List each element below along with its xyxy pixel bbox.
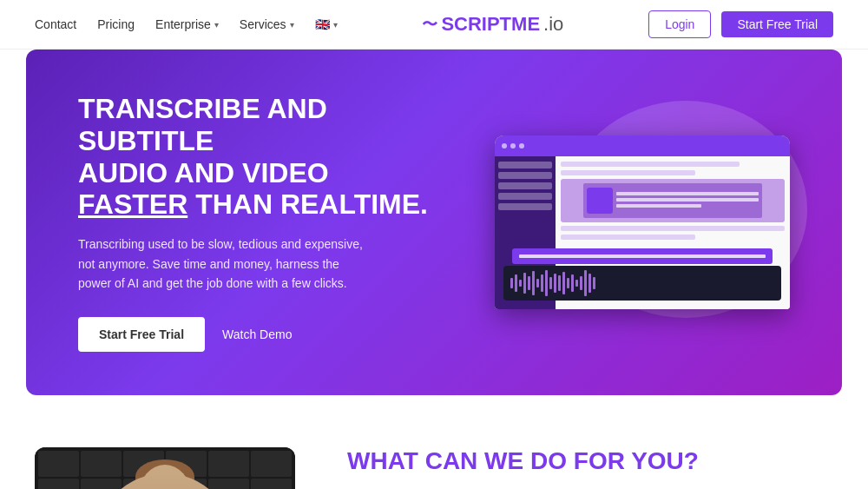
- laptop-mockup: [495, 135, 790, 309]
- start-free-trial-button[interactable]: Start Free Trial: [78, 317, 205, 352]
- wave-bar: [584, 270, 587, 296]
- wave-bar: [580, 276, 582, 290]
- mockup-person-thumb: [587, 188, 613, 214]
- section2-title: WHAT CAN WE DO FOR YOU?: [347, 447, 833, 475]
- mockup-topbar: [495, 135, 790, 156]
- nav-links: Contact Pricing Enterprise ▾ Services ▾ …: [35, 17, 338, 31]
- mockup-sidebar-item: [498, 182, 552, 189]
- wave-bar: [536, 279, 539, 287]
- hero-title: TRANSCRIBE AND SUBTITLE AUDIO AND VIDEO …: [78, 93, 460, 221]
- mockup-sidebar-item: [498, 193, 552, 200]
- nav-contact[interactable]: Contact: [35, 17, 76, 31]
- wave-bar: [515, 274, 517, 292]
- mockup-dot: [519, 143, 524, 149]
- chevron-down-icon: ▾: [333, 20, 338, 30]
- subtitle-text-bar: [519, 254, 766, 258]
- wave-bar: [528, 276, 530, 290]
- nav-language[interactable]: 🇬🇧 ▾: [315, 17, 338, 31]
- wave-bar: [558, 275, 561, 291]
- hero-section: TRANSCRIBE AND SUBTITLE AUDIO AND VIDEO …: [26, 50, 842, 395]
- mockup-screen: [495, 135, 790, 309]
- wave-bar: [575, 280, 578, 287]
- wave-bar: [541, 274, 543, 292]
- wave-bar: [593, 277, 595, 289]
- wave-bar: [523, 273, 526, 294]
- nav-pricing[interactable]: Pricing: [97, 17, 135, 31]
- mockup-text-line: [616, 198, 759, 202]
- wave-bar: [562, 272, 565, 294]
- logo-io: .io: [543, 13, 563, 36]
- mockup-waveform: [503, 266, 781, 301]
- mockup-dot: [502, 143, 507, 149]
- mockup-text-line: [616, 192, 759, 195]
- flag-icon: 🇬🇧: [315, 17, 330, 31]
- mockup-row: [561, 162, 740, 167]
- section2-text-content: WHAT CAN WE DO FOR YOU? Transcribing by …: [347, 447, 833, 489]
- mockup-row: [561, 170, 695, 175]
- mockup-text-line: [616, 204, 702, 208]
- mockup-text-block: [616, 192, 759, 210]
- start-trial-nav-button[interactable]: Start Free Trial: [721, 11, 833, 37]
- hero-description: Transcribing used to be slow, tedious an…: [78, 235, 373, 293]
- mockup-sidebar-item: [498, 162, 552, 169]
- navbar: Contact Pricing Enterprise ▾ Services ▾ …: [0, 0, 868, 50]
- wave-bar: [567, 278, 569, 288]
- wave-bar: [532, 271, 535, 295]
- site-logo[interactable]: 〜 SCRIPTME.io: [422, 13, 563, 36]
- nav-services[interactable]: Services ▾: [240, 17, 294, 31]
- hero-faster-word: FASTER: [78, 188, 187, 220]
- login-button[interactable]: Login: [648, 10, 711, 38]
- mockup-row: [561, 235, 695, 240]
- logo-name: SCRIPTME: [441, 13, 540, 36]
- wave-bar: [519, 280, 522, 287]
- nav-actions: Login Start Free Trial: [648, 10, 833, 38]
- wave-bar: [589, 274, 591, 293]
- wave-bar: [545, 270, 548, 296]
- what-can-we-do-section: S WHAT CAN WE DO FOR YOU? Transcribing b…: [0, 395, 868, 489]
- mockup-dot: [510, 143, 516, 149]
- mockup-sidebar-item: [498, 172, 552, 179]
- wave-bar: [554, 274, 556, 293]
- watch-demo-link[interactable]: Watch Demo: [222, 327, 292, 341]
- chevron-down-icon: ▾: [214, 20, 219, 30]
- mockup-img-block: [561, 179, 785, 222]
- wave-bar: [571, 274, 574, 292]
- hero-mockup: [460, 127, 790, 318]
- wave-bar: [510, 278, 513, 288]
- wave-bar: [549, 277, 552, 289]
- hero-buttons: Start Free Trial Watch Demo: [78, 317, 460, 352]
- mockup-sidebar-item: [498, 203, 552, 210]
- mockup-subtitle-banner: [512, 248, 773, 264]
- section2-image: S: [35, 447, 295, 489]
- waveform-icon: 〜: [422, 14, 437, 35]
- nav-enterprise[interactable]: Enterprise ▾: [155, 17, 219, 31]
- chevron-down-icon: ▾: [290, 20, 294, 30]
- mockup-row: [561, 226, 785, 231]
- mockup-img-inner: [583, 183, 762, 218]
- hero-content: TRANSCRIBE AND SUBTITLE AUDIO AND VIDEO …: [78, 93, 460, 352]
